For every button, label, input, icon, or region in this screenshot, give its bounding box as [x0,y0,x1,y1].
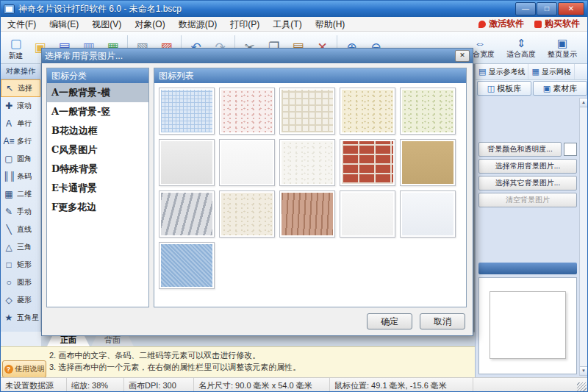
bg-wood-grain[interactable] [279,190,335,238]
activate-software-button[interactable]: 激活软件 [478,18,524,30]
menu-item[interactable]: 编辑(E) [43,17,85,31]
resize-grip[interactable] [577,382,587,392]
help-button[interactable]: ? 使用说明 [2,360,46,378]
tool-label: 矩形 [17,260,32,270]
card-preview [490,291,566,359]
category-item[interactable]: C风景图片 [47,140,148,160]
tip-line: 3. 选择画布中的一个元素，在右侧的属性栏里可以调整该元素的属性。 [49,361,470,373]
icon-list-panel: 图标列表 [154,68,467,307]
category-item[interactable]: A一般背景-横 [47,83,148,102]
prop-row: 选择常用背景图片... [478,159,577,174]
tool-qrcode[interactable]: ▦二维 [1,185,40,203]
bg-red-brick-image [342,141,393,184]
ok-button[interactable]: 确定 [367,313,412,329]
minimize-button[interactable]: — [515,2,536,15]
menu-items: 文件(F)编辑(E)视图(V)对象(O)数据源(D)打印(P)工具(T)帮助(H… [1,17,351,31]
show-grid-button[interactable]: ▦显示网格 [528,64,574,79]
bg-white[interactable] [219,139,275,186]
menu-item[interactable]: 打印(P) [223,17,266,31]
fit-height-button[interactable]: ⇕适合高度 [502,33,540,63]
buy-software-button[interactable]: 购买软件 [534,18,580,30]
fit-button-label: 适合高度 [506,49,536,60]
choose-common-bg-button[interactable]: 选择常用背景图片... [478,159,577,174]
dialog-title: 选择常用背景图片... [45,50,455,63]
bg-blue-fabric[interactable] [159,242,215,289]
dialog-titlebar[interactable]: 选择常用背景图片... ✕ [42,49,473,63]
maximize-button[interactable]: □ [537,2,557,15]
tool-ellipse[interactable]: ○圆形 [1,274,40,291]
bg-white-maze[interactable] [279,88,335,135]
choose-other-bg-button[interactable]: 选择其它背景图片... [478,176,577,190]
bg-green-speckle[interactable] [400,88,456,135]
collapsed-section-header[interactable] [478,263,577,274]
tool-line[interactable]: ╲直线 [1,221,40,238]
bg-blue-grid-image [161,90,212,132]
tool-select[interactable]: ↖选择 [1,79,40,97]
tool-single-line-text[interactable]: A单行 [1,115,40,132]
tool-line-icon: ╲ [3,224,15,235]
view-toggle-bar: ▤显示参考线▦显示网格 [475,64,588,80]
bg-white-2[interactable] [340,190,395,238]
menu-item[interactable]: 文件(F) [1,17,43,31]
tool-triangle[interactable]: △三角 [1,238,40,256]
cart-icon [534,21,542,28]
tool-label: 条码 [17,171,32,182]
window-controls: — □ ✕ [515,2,584,15]
bg-cream-speckle-image [342,90,393,132]
category-item[interactable]: F更多花边 [47,198,148,217]
bg-silver-wave[interactable] [159,190,215,238]
tab-template-library[interactable]: ◫模板库 [477,81,531,96]
bg-pale-gradient[interactable] [400,190,456,238]
close-button[interactable]: ✕ [558,2,584,15]
bg-blue-fabric-image [161,244,212,287]
tool-pan[interactable]: ✚滚动 [1,97,40,115]
card-preview-area [478,277,577,374]
bg-white-texture[interactable] [279,139,335,186]
tool-freehand[interactable]: ✎手动 [1,203,40,221]
window-titlebar[interactable]: 神奇名片设计打印软件 6.0 - 未命名1.bscp — □ ✕ [1,1,587,17]
scroll-up-arrow[interactable]: ▲ [580,99,587,107]
object-tools-panel: 对象操作 ↖选择✚滚动A单行A≡多行▢圆角║║条码▦二维✎手动╲直线△三角□矩形… [1,64,41,332]
bg-white-image [221,141,273,184]
category-item[interactable]: D特殊背景 [47,160,148,179]
tool-rectangle[interactable]: □矩形 [1,256,40,274]
category-item[interactable]: A一般背景-竖 [47,102,148,121]
tool-rounded-rect[interactable]: ▢圆角 [1,150,40,168]
bg-light-gray[interactable] [159,139,215,186]
bg-cream-weave[interactable] [219,190,275,238]
fit-page-button[interactable]: ▣整页显示 [543,33,581,63]
new-file-button[interactable]: ▢新建 [4,33,28,63]
tool-multi-line-text[interactable]: A≡多行 [1,132,40,150]
category-item[interactable]: E卡通背景 [47,179,148,198]
menu-item[interactable]: 工具(T) [266,17,308,31]
prop-row: 背景颜色和透明度... [478,142,577,157]
bg-color-swatch[interactable] [564,143,577,156]
bg-tan[interactable] [400,139,456,186]
scroll-down-arrow[interactable]: ▼ [580,366,587,375]
tool-barcode[interactable]: ║║条码 [1,168,40,185]
tool-star[interactable]: ★五角星 [1,309,40,327]
bg-cream-speckle[interactable] [340,88,395,135]
show-guides-button[interactable]: ▤显示参考线 [476,64,528,79]
category-item[interactable]: B花边边框 [47,121,148,140]
bg-blue-grid[interactable] [159,88,215,135]
tool-label: 圆形 [17,277,32,288]
cancel-button[interactable]: 取消 [420,313,465,329]
tool-star-icon: ★ [3,313,15,323]
panel-scrollbar[interactable]: ▲ ▼ [579,98,588,376]
menu-item[interactable]: 数据源(D) [172,17,224,31]
tab-material-library[interactable]: ▣素材库 [533,81,587,96]
object-tools-header: 对象操作 [1,64,40,79]
bg-red-brick[interactable] [340,139,395,186]
background-button-group: 背景颜色和透明度...选择常用背景图片...选择其它背景图片...清空背景图片 [478,142,577,210]
menu-item[interactable]: 帮助(H) [309,17,352,31]
bg-pink-marble[interactable] [219,88,275,135]
tool-diamond[interactable]: ◇菱形 [1,291,40,309]
menu-item[interactable]: 对象(O) [128,17,171,31]
bg-wood-grain-image [282,193,333,235]
menu-item[interactable]: 视图(V) [85,17,128,31]
bg-color-opacity-button[interactable]: 背景颜色和透明度... [478,142,562,157]
bg-pink-marble-image [221,90,273,132]
dialog-close-button[interactable]: ✕ [455,50,470,62]
tips-lines: 2. 画布中的文字、条码、二维码等元素可以双击进行修改。3. 选择画布中的一个元… [49,349,470,373]
